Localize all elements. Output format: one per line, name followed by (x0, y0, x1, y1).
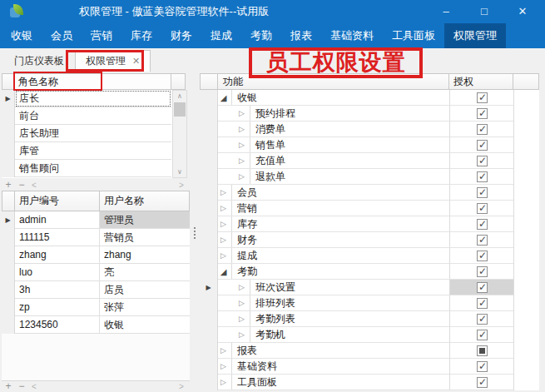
function-cell[interactable]: ▷排班列表 (218, 295, 449, 311)
authorize-cell[interactable] (449, 375, 513, 390)
close-button[interactable]: ✕ (503, 0, 542, 23)
role-name-cell[interactable]: 销售顾问 (15, 160, 171, 177)
menu-item-库存[interactable]: 库存 (121, 23, 161, 48)
expand-icon[interactable]: ▷ (218, 204, 229, 212)
tree-row[interactable]: ▷充值单 (200, 153, 539, 169)
user-id-cell[interactable]: luo (15, 264, 100, 281)
tree-row[interactable]: ▶▷班次设置 (200, 280, 539, 295)
tab-权限管理[interactable]: 权限管理✕ (75, 50, 151, 72)
expand-icon[interactable]: ▷ (218, 362, 229, 370)
authorize-cell[interactable] (449, 185, 513, 201)
expand-icon[interactable]: ▷ (218, 378, 229, 386)
user-id-cell[interactable]: zp (15, 299, 100, 316)
expand-icon[interactable]: ▷ (236, 109, 247, 117)
role-row[interactable]: 店长助理 (2, 125, 172, 142)
user-name-cell[interactable]: 收银 (100, 316, 190, 334)
delete-row-button[interactable]: − (15, 180, 28, 191)
function-cell[interactable]: ◢收银 (218, 90, 449, 106)
role-row[interactable]: 库管 (2, 142, 172, 160)
checkbox-checked-icon[interactable] (477, 203, 488, 214)
add-row-button[interactable]: + (2, 180, 15, 191)
user-name-cell[interactable]: 亮 (100, 264, 190, 281)
authorize-cell[interactable] (449, 153, 513, 169)
function-cell[interactable]: ▷提成 (218, 248, 449, 264)
role-row[interactable]: 销售顾问 (2, 160, 172, 177)
expand-icon[interactable]: ▷ (236, 283, 247, 291)
checkbox-checked-icon[interactable] (477, 377, 488, 388)
user-id-cell[interactable]: admin (15, 211, 100, 229)
function-cell[interactable]: ▷工具面板 (218, 375, 449, 390)
user-row[interactable]: 3h店员 (2, 281, 190, 299)
function-cell[interactable]: ▷基础资料 (218, 359, 449, 375)
checkbox-checked-icon[interactable] (477, 282, 488, 293)
checkbox-checked-icon[interactable] (477, 330, 488, 340)
function-cell[interactable]: ▷考勤机 (218, 327, 449, 343)
tree-row[interactable]: ▷报表 (200, 343, 539, 359)
function-cell[interactable]: ◢考勤 (218, 264, 449, 280)
role-name-column-header[interactable]: 角色名称 (15, 73, 171, 90)
tree-row[interactable]: ▷销售单 (200, 137, 539, 153)
user-row[interactable]: luo亮 (2, 264, 190, 281)
user-row[interactable]: 111115营销员 (2, 229, 190, 246)
tree-row[interactable]: ◢收银 (200, 90, 539, 106)
expand-icon[interactable]: ▷ (236, 172, 247, 181)
tab-门店仪表板[interactable]: 门店仪表板 (3, 50, 75, 72)
scroll-left-icon[interactable]: < (28, 381, 40, 392)
checkbox-checked-icon[interactable] (477, 314, 488, 325)
role-row[interactable]: 前台 (2, 107, 172, 125)
function-cell[interactable]: ▷报表 (218, 343, 449, 359)
checkbox-checked-icon[interactable] (477, 140, 488, 151)
expand-icon[interactable]: ▷ (236, 156, 247, 165)
add-row-button[interactable]: + (2, 381, 15, 392)
user-row[interactable]: ▶admin管理员 (2, 211, 190, 229)
scroll-left-icon[interactable]: < (28, 180, 40, 191)
tree-row[interactable]: ▷营销 (200, 201, 539, 216)
checkbox-checked-icon[interactable] (477, 124, 488, 135)
menu-item-财务[interactable]: 财务 (161, 23, 201, 48)
tree-row[interactable]: ▷工具面板 (200, 375, 539, 390)
menu-item-营销[interactable]: 营销 (82, 23, 121, 48)
tab-close-icon[interactable]: ✕ (132, 57, 140, 66)
role-name-cell[interactable]: 店长 (15, 90, 171, 107)
menu-item-权限管理[interactable]: 权限管理 (444, 23, 506, 48)
menu-item-报表[interactable]: 报表 (281, 23, 321, 48)
tree-row[interactable]: ▷提成 (200, 248, 539, 264)
expand-icon[interactable]: ▷ (236, 299, 247, 307)
scroll-down-icon[interactable]: ∨ (173, 166, 186, 177)
user-row[interactable]: zp张萍 (2, 299, 190, 316)
authorize-cell[interactable] (449, 280, 513, 295)
tree-row[interactable]: ▷基础资料 (200, 359, 539, 375)
authorize-cell[interactable] (449, 343, 513, 359)
expand-icon[interactable]: ▷ (218, 188, 229, 196)
menu-item-基础资料[interactable]: 基础资料 (321, 23, 383, 48)
function-cell[interactable]: ▷考勤列表 (218, 311, 449, 327)
tree-row[interactable]: ▷财务 (200, 232, 539, 248)
user-id-column-header[interactable]: 用户编号 (15, 191, 100, 211)
checkbox-checked-icon[interactable] (477, 266, 488, 277)
horizontal-scrollbar[interactable] (40, 180, 176, 190)
expand-icon[interactable]: ▷ (218, 236, 229, 244)
checkbox-checked-icon[interactable] (477, 171, 488, 182)
user-name-cell[interactable]: 管理员 (100, 211, 190, 229)
function-cell[interactable]: ▷会员 (218, 185, 449, 201)
checkbox-checked-icon[interactable] (477, 361, 488, 372)
menu-item-收银[interactable]: 收银 (2, 23, 42, 48)
tree-row[interactable]: ▷库存 (200, 216, 539, 232)
function-cell[interactable]: ▷销售单 (218, 137, 449, 153)
expand-icon[interactable]: ▷ (236, 125, 247, 133)
user-row[interactable]: 1234560收银 (2, 316, 190, 334)
function-cell[interactable]: ▷预约排程 (218, 106, 449, 122)
authorize-cell[interactable] (449, 169, 513, 185)
authorize-cell[interactable] (449, 216, 513, 232)
function-cell[interactable]: ▷财务 (218, 232, 449, 248)
expand-icon[interactable]: ▷ (236, 330, 247, 339)
checkbox-checked-icon[interactable] (477, 92, 488, 103)
authorize-cell[interactable] (449, 122, 513, 137)
scroll-up-icon[interactable]: ∧ (173, 91, 186, 102)
expand-icon[interactable]: ▷ (218, 346, 229, 355)
authorize-cell[interactable] (449, 359, 513, 375)
role-name-cell[interactable]: 店长助理 (15, 125, 171, 142)
expand-icon[interactable]: ▷ (218, 251, 229, 260)
collapse-icon[interactable]: ◢ (218, 267, 229, 276)
scroll-right-icon[interactable]: > (176, 180, 187, 191)
